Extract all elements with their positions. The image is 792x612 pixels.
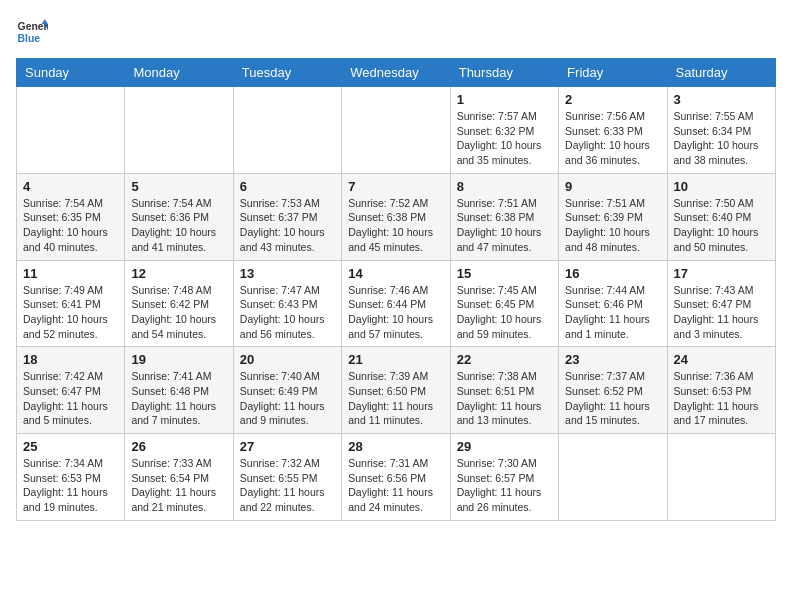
dow-header: Sunday (17, 59, 125, 87)
day-number: 6 (240, 179, 335, 194)
day-number: 29 (457, 439, 552, 454)
logo: General Blue (16, 16, 48, 48)
dow-header: Monday (125, 59, 233, 87)
day-number: 1 (457, 92, 552, 107)
day-number: 4 (23, 179, 118, 194)
calendar-week-row: 4Sunrise: 7:54 AMSunset: 6:35 PMDaylight… (17, 173, 776, 260)
calendar-cell: 7Sunrise: 7:52 AMSunset: 6:38 PMDaylight… (342, 173, 450, 260)
calendar-week-row: 18Sunrise: 7:42 AMSunset: 6:47 PMDayligh… (17, 347, 776, 434)
day-number: 3 (674, 92, 769, 107)
calendar-cell: 14Sunrise: 7:46 AMSunset: 6:44 PMDayligh… (342, 260, 450, 347)
day-info: Sunrise: 7:51 AMSunset: 6:39 PMDaylight:… (565, 196, 660, 255)
calendar-cell: 21Sunrise: 7:39 AMSunset: 6:50 PMDayligh… (342, 347, 450, 434)
day-info: Sunrise: 7:57 AMSunset: 6:32 PMDaylight:… (457, 109, 552, 168)
calendar-cell: 20Sunrise: 7:40 AMSunset: 6:49 PMDayligh… (233, 347, 341, 434)
calendar-cell: 2Sunrise: 7:56 AMSunset: 6:33 PMDaylight… (559, 87, 667, 174)
calendar-cell: 10Sunrise: 7:50 AMSunset: 6:40 PMDayligh… (667, 173, 775, 260)
dow-header: Wednesday (342, 59, 450, 87)
day-info: Sunrise: 7:32 AMSunset: 6:55 PMDaylight:… (240, 456, 335, 515)
dow-header: Thursday (450, 59, 558, 87)
calendar-cell: 16Sunrise: 7:44 AMSunset: 6:46 PMDayligh… (559, 260, 667, 347)
day-number: 28 (348, 439, 443, 454)
calendar-week-row: 25Sunrise: 7:34 AMSunset: 6:53 PMDayligh… (17, 434, 776, 521)
svg-text:Blue: Blue (18, 33, 41, 44)
calendar-cell: 11Sunrise: 7:49 AMSunset: 6:41 PMDayligh… (17, 260, 125, 347)
header: General Blue (16, 16, 776, 48)
day-info: Sunrise: 7:41 AMSunset: 6:48 PMDaylight:… (131, 369, 226, 428)
day-number: 21 (348, 352, 443, 367)
day-info: Sunrise: 7:38 AMSunset: 6:51 PMDaylight:… (457, 369, 552, 428)
calendar-cell: 26Sunrise: 7:33 AMSunset: 6:54 PMDayligh… (125, 434, 233, 521)
day-info: Sunrise: 7:55 AMSunset: 6:34 PMDaylight:… (674, 109, 769, 168)
calendar-cell: 22Sunrise: 7:38 AMSunset: 6:51 PMDayligh… (450, 347, 558, 434)
calendar-cell (125, 87, 233, 174)
day-number: 16 (565, 266, 660, 281)
dow-header: Tuesday (233, 59, 341, 87)
day-info: Sunrise: 7:46 AMSunset: 6:44 PMDaylight:… (348, 283, 443, 342)
day-number: 27 (240, 439, 335, 454)
day-info: Sunrise: 7:48 AMSunset: 6:42 PMDaylight:… (131, 283, 226, 342)
calendar-cell: 25Sunrise: 7:34 AMSunset: 6:53 PMDayligh… (17, 434, 125, 521)
calendar-cell: 8Sunrise: 7:51 AMSunset: 6:38 PMDaylight… (450, 173, 558, 260)
calendar-cell (233, 87, 341, 174)
calendar-cell: 12Sunrise: 7:48 AMSunset: 6:42 PMDayligh… (125, 260, 233, 347)
calendar-cell: 5Sunrise: 7:54 AMSunset: 6:36 PMDaylight… (125, 173, 233, 260)
day-info: Sunrise: 7:45 AMSunset: 6:45 PMDaylight:… (457, 283, 552, 342)
day-of-week-row: SundayMondayTuesdayWednesdayThursdayFrid… (17, 59, 776, 87)
day-number: 5 (131, 179, 226, 194)
day-number: 18 (23, 352, 118, 367)
logo-icon: General Blue (16, 16, 48, 48)
calendar-week-row: 11Sunrise: 7:49 AMSunset: 6:41 PMDayligh… (17, 260, 776, 347)
day-number: 17 (674, 266, 769, 281)
dow-header: Friday (559, 59, 667, 87)
calendar-cell: 9Sunrise: 7:51 AMSunset: 6:39 PMDaylight… (559, 173, 667, 260)
day-number: 2 (565, 92, 660, 107)
calendar-cell: 23Sunrise: 7:37 AMSunset: 6:52 PMDayligh… (559, 347, 667, 434)
day-info: Sunrise: 7:37 AMSunset: 6:52 PMDaylight:… (565, 369, 660, 428)
calendar-cell: 13Sunrise: 7:47 AMSunset: 6:43 PMDayligh… (233, 260, 341, 347)
calendar-cell: 28Sunrise: 7:31 AMSunset: 6:56 PMDayligh… (342, 434, 450, 521)
calendar-cell: 1Sunrise: 7:57 AMSunset: 6:32 PMDaylight… (450, 87, 558, 174)
calendar-cell: 18Sunrise: 7:42 AMSunset: 6:47 PMDayligh… (17, 347, 125, 434)
day-number: 15 (457, 266, 552, 281)
day-info: Sunrise: 7:36 AMSunset: 6:53 PMDaylight:… (674, 369, 769, 428)
calendar-cell (559, 434, 667, 521)
day-info: Sunrise: 7:33 AMSunset: 6:54 PMDaylight:… (131, 456, 226, 515)
day-number: 26 (131, 439, 226, 454)
day-number: 25 (23, 439, 118, 454)
calendar-cell: 15Sunrise: 7:45 AMSunset: 6:45 PMDayligh… (450, 260, 558, 347)
day-info: Sunrise: 7:53 AMSunset: 6:37 PMDaylight:… (240, 196, 335, 255)
day-info: Sunrise: 7:31 AMSunset: 6:56 PMDaylight:… (348, 456, 443, 515)
day-number: 19 (131, 352, 226, 367)
calendar: SundayMondayTuesdayWednesdayThursdayFrid… (16, 58, 776, 521)
day-number: 11 (23, 266, 118, 281)
calendar-body: 1Sunrise: 7:57 AMSunset: 6:32 PMDaylight… (17, 87, 776, 521)
day-number: 24 (674, 352, 769, 367)
day-info: Sunrise: 7:42 AMSunset: 6:47 PMDaylight:… (23, 369, 118, 428)
day-number: 13 (240, 266, 335, 281)
calendar-cell: 24Sunrise: 7:36 AMSunset: 6:53 PMDayligh… (667, 347, 775, 434)
day-info: Sunrise: 7:54 AMSunset: 6:35 PMDaylight:… (23, 196, 118, 255)
day-number: 23 (565, 352, 660, 367)
calendar-cell: 17Sunrise: 7:43 AMSunset: 6:47 PMDayligh… (667, 260, 775, 347)
day-number: 7 (348, 179, 443, 194)
calendar-cell (667, 434, 775, 521)
calendar-cell: 3Sunrise: 7:55 AMSunset: 6:34 PMDaylight… (667, 87, 775, 174)
day-info: Sunrise: 7:56 AMSunset: 6:33 PMDaylight:… (565, 109, 660, 168)
day-info: Sunrise: 7:30 AMSunset: 6:57 PMDaylight:… (457, 456, 552, 515)
day-info: Sunrise: 7:43 AMSunset: 6:47 PMDaylight:… (674, 283, 769, 342)
day-info: Sunrise: 7:51 AMSunset: 6:38 PMDaylight:… (457, 196, 552, 255)
calendar-cell: 29Sunrise: 7:30 AMSunset: 6:57 PMDayligh… (450, 434, 558, 521)
day-info: Sunrise: 7:40 AMSunset: 6:49 PMDaylight:… (240, 369, 335, 428)
day-number: 10 (674, 179, 769, 194)
calendar-cell: 4Sunrise: 7:54 AMSunset: 6:35 PMDaylight… (17, 173, 125, 260)
day-info: Sunrise: 7:50 AMSunset: 6:40 PMDaylight:… (674, 196, 769, 255)
day-number: 9 (565, 179, 660, 194)
day-number: 12 (131, 266, 226, 281)
day-info: Sunrise: 7:47 AMSunset: 6:43 PMDaylight:… (240, 283, 335, 342)
day-info: Sunrise: 7:39 AMSunset: 6:50 PMDaylight:… (348, 369, 443, 428)
day-info: Sunrise: 7:44 AMSunset: 6:46 PMDaylight:… (565, 283, 660, 342)
day-number: 22 (457, 352, 552, 367)
calendar-cell: 27Sunrise: 7:32 AMSunset: 6:55 PMDayligh… (233, 434, 341, 521)
calendar-week-row: 1Sunrise: 7:57 AMSunset: 6:32 PMDaylight… (17, 87, 776, 174)
